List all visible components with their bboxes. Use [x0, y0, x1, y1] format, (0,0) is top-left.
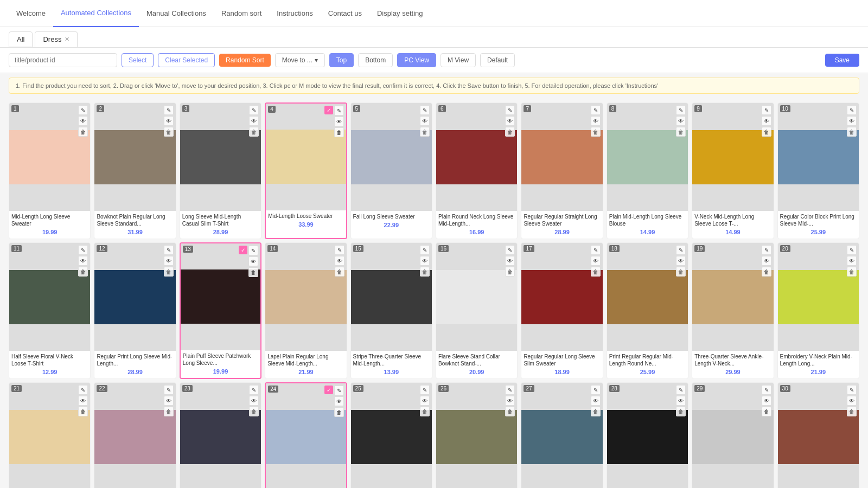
product-card-16[interactable]: 16 ✎ 👁 🗑 Flare Sleeve Stand Collar Bowkn… [436, 242, 518, 379]
select-button[interactable]: Select [122, 53, 154, 67]
eye-icon-16[interactable]: 👁 [505, 256, 515, 266]
product-card-14[interactable]: 14 ✎ 👁 🗑 Lapel Plain Regular Long Sleeve… [265, 242, 347, 379]
eye-icon-13[interactable]: 👁 [248, 256, 258, 266]
tab-dress[interactable]: Dress ✕ [35, 31, 78, 47]
edit-icon-30[interactable]: ✎ [847, 385, 857, 395]
trash-icon-20[interactable]: 🗑 [847, 267, 857, 277]
edit-icon-7[interactable]: ✎ [591, 105, 601, 115]
nav-automated-collections[interactable]: Automated Collections [53, 0, 139, 27]
eye-icon-19[interactable]: 👁 [762, 256, 771, 266]
product-card-24[interactable]: 24 ✓ ✎ 👁 🗑 Asymmetric Stripe Lapel Long … [265, 382, 347, 488]
edit-icon-8[interactable]: ✎ [676, 105, 686, 115]
product-card-18[interactable]: 18 ✎ 👁 🗑 Print Regular Regular Mid-Lengt… [607, 242, 688, 379]
product-card-17[interactable]: 17 ✎ 👁 🗑 Regular Regular Long Sleeve Sli… [521, 242, 603, 379]
trash-icon-8[interactable]: 🗑 [676, 127, 686, 137]
trash-icon-26[interactable]: 🗑 [505, 407, 515, 416]
product-card-30[interactable]: 30 ✎ 👁 🗑 Color Block Lapel Print Mid-Len… [777, 382, 859, 488]
eye-icon-15[interactable]: 👁 [420, 256, 430, 266]
product-card-5[interactable]: 5 ✎ 👁 🗑 Fall Long Sleeve Sweater 22.99 [350, 102, 432, 239]
product-card-13[interactable]: 13 ✓ ✎ 👁 🗑 Plain Puff Sleeve Patchwork L… [180, 242, 261, 379]
edit-icon-2[interactable]: ✎ [164, 105, 174, 115]
edit-icon-4[interactable]: ✎ [334, 106, 344, 115]
eye-icon-26[interactable]: 👁 [505, 396, 515, 406]
product-card-20[interactable]: 20 ✎ 👁 🗑 Embroidery V-Neck Plain Mid-Len… [777, 242, 859, 379]
trash-icon-19[interactable]: 🗑 [762, 267, 771, 277]
eye-icon-22[interactable]: 👁 [164, 396, 174, 406]
edit-icon-28[interactable]: ✎ [676, 385, 686, 395]
trash-icon-17[interactable]: 🗑 [591, 267, 601, 277]
edit-icon-9[interactable]: ✎ [762, 105, 771, 115]
trash-icon-7[interactable]: 🗑 [591, 127, 601, 137]
product-card-10[interactable]: 10 ✎ 👁 🗑 Regular Color Block Print Long … [777, 102, 859, 239]
trash-icon-21[interactable]: 🗑 [78, 407, 88, 416]
product-card-3[interactable]: 3 ✎ 👁 🗑 Long Sleeve Mid-Length Casual Sl… [180, 102, 261, 239]
product-card-11[interactable]: 11 ✎ 👁 🗑 Half Sleeve Floral V-Neck Loose… [9, 242, 91, 379]
product-card-1[interactable]: 1 ✎ 👁 🗑 Mid-Length Long Sleeve Sweater 1… [9, 102, 91, 239]
trash-icon-29[interactable]: 🗑 [762, 407, 771, 416]
trash-icon-6[interactable]: 🗑 [505, 127, 515, 137]
product-card-22[interactable]: 22 ✎ 👁 🗑 Thin Regular Loose Long Sleeve … [94, 382, 176, 488]
eye-icon-10[interactable]: 👁 [847, 116, 857, 126]
nav-instructions[interactable]: Instructions [269, 0, 320, 27]
edit-icon-6[interactable]: ✎ [505, 105, 515, 115]
move-to-dropdown[interactable]: Move to ... ▾ [275, 53, 325, 67]
product-card-4[interactable]: 4 ✓ ✎ 👁 🗑 Mid-Length Loose Sweater 33.99 [265, 102, 347, 239]
trash-icon-2[interactable]: 🗑 [164, 127, 174, 137]
product-card-2[interactable]: 2 ✎ 👁 🗑 Bowknot Plain Regular Long Sleev… [94, 102, 176, 239]
eye-icon-18[interactable]: 👁 [676, 256, 686, 266]
trash-icon-9[interactable]: 🗑 [762, 127, 771, 137]
tab-dress-close[interactable]: ✕ [65, 36, 69, 43]
edit-icon-25[interactable]: ✎ [420, 385, 430, 395]
eye-icon-23[interactable]: 👁 [249, 396, 259, 406]
nav-contact-us[interactable]: Contact us [321, 0, 369, 27]
trash-icon-30[interactable]: 🗑 [847, 407, 857, 416]
eye-icon-5[interactable]: 👁 [420, 116, 430, 126]
edit-icon-13[interactable]: ✎ [248, 246, 258, 255]
product-card-25[interactable]: 25 ✎ 👁 🗑 Regular Raglan Sleeve Patchwork… [350, 382, 432, 488]
eye-icon-2[interactable]: 👁 [164, 116, 174, 126]
edit-icon-19[interactable]: ✎ [762, 245, 771, 255]
product-card-7[interactable]: 7 ✎ 👁 🗑 Regular Regular Straight Long Sl… [521, 102, 603, 239]
eye-icon-8[interactable]: 👁 [676, 116, 686, 126]
trash-icon-15[interactable]: 🗑 [420, 267, 430, 277]
eye-icon-12[interactable]: 👁 [164, 256, 174, 266]
trash-icon-13[interactable]: 🗑 [248, 267, 258, 277]
trash-icon-25[interactable]: 🗑 [420, 407, 430, 416]
edit-icon-10[interactable]: ✎ [847, 105, 857, 115]
edit-icon-24[interactable]: ✎ [334, 386, 344, 395]
eye-icon-11[interactable]: 👁 [78, 256, 88, 266]
product-card-29[interactable]: 29 ✎ 👁 🗑 Bbtwing Sleeve Loose Fbll Sweat… [692, 382, 774, 488]
trash-icon-28[interactable]: 🗑 [676, 407, 686, 416]
product-card-15[interactable]: 15 ✎ 👁 🗑 Stripe Three-Quarter Sleeve Mid… [350, 242, 432, 379]
pc-view-button[interactable]: PC View [397, 53, 436, 67]
trash-icon-4[interactable]: 🗑 [334, 127, 344, 137]
trash-icon-27[interactable]: 🗑 [591, 407, 601, 416]
top-button[interactable]: Top [329, 53, 354, 67]
trash-icon-1[interactable]: 🗑 [78, 127, 88, 137]
edit-icon-1[interactable]: ✎ [78, 105, 88, 115]
edit-icon-22[interactable]: ✎ [164, 385, 174, 395]
trash-icon-5[interactable]: 🗑 [420, 127, 430, 137]
trash-icon-24[interactable]: 🗑 [334, 407, 344, 417]
product-card-8[interactable]: 8 ✎ 👁 🗑 Plain Mid-Length Long Sleeve Blo… [607, 102, 688, 239]
save-button[interactable]: Save [825, 54, 859, 67]
product-card-9[interactable]: 9 ✎ 👁 🗑 V-Neck Mid-Length Long Sleeve Lo… [692, 102, 774, 239]
product-card-26[interactable]: 26 ✎ 👁 🗑 type Regular Loose Standard Swe… [436, 382, 518, 488]
product-card-21[interactable]: 21 ✎ 👁 🗑 Thin Regular Long Sleeve Loose … [9, 382, 91, 488]
edit-icon-3[interactable]: ✎ [249, 105, 259, 115]
edit-icon-16[interactable]: ✎ [505, 245, 515, 255]
random-sort-button[interactable]: Random Sort [219, 54, 271, 67]
eye-icon-30[interactable]: 👁 [847, 396, 857, 406]
trash-icon-10[interactable]: 🗑 [847, 127, 857, 137]
product-card-28[interactable]: 28 ✎ 👁 🗑 Print Regular Regular Loose Mid… [607, 382, 688, 488]
nav-random-sort[interactable]: Random sort [214, 0, 269, 27]
edit-icon-15[interactable]: ✎ [420, 245, 430, 255]
edit-icon-17[interactable]: ✎ [591, 245, 601, 255]
eye-icon-7[interactable]: 👁 [591, 116, 601, 126]
edit-icon-18[interactable]: ✎ [676, 245, 686, 255]
trash-icon-18[interactable]: 🗑 [676, 267, 686, 277]
eye-icon-1[interactable]: 👁 [78, 116, 88, 126]
default-button[interactable]: Default [480, 53, 515, 67]
eye-icon-14[interactable]: 👁 [335, 256, 344, 266]
product-card-12[interactable]: 12 ✎ 👁 🗑 Regular Print Long Sleeve Mid-L… [94, 242, 176, 379]
